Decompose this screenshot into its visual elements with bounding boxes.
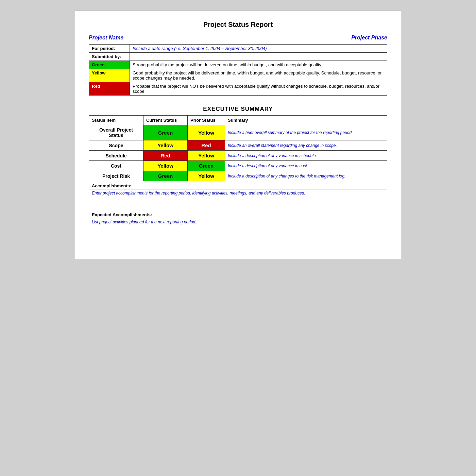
scope-label: Scope — [89, 140, 143, 151]
project-risk-prior-status: Yellow — [188, 171, 225, 181]
col-header-summary: Summary — [225, 116, 387, 125]
cost-prior-status: Green — [188, 161, 225, 171]
project-name-label: Project Name — [89, 35, 123, 41]
scope-prior-status: Red — [188, 140, 225, 151]
row-schedule: Schedule Red Yellow Include a descriptio… — [89, 151, 387, 161]
project-risk-label: Project Risk — [89, 171, 143, 181]
overall-summary-text: Include a brief overall summary of the p… — [225, 125, 387, 140]
for-period-label: For period: — [89, 45, 130, 53]
project-header: Project Name Project Phase — [89, 35, 387, 41]
project-phase-label: Project Phase — [351, 35, 387, 41]
project-risk-summary-text: Include a description of any changes to … — [225, 171, 387, 181]
col-header-status-item: Status Item — [89, 116, 143, 125]
legend-red-row: Red Probable that the project will NOT b… — [89, 82, 387, 96]
accomplishments-section: Accomplishments: Enter project accomplis… — [89, 181, 387, 210]
legend-yellow-desc: Good probability the project will be del… — [130, 69, 387, 82]
for-period-row: For period: Include a date range (i.e. S… — [89, 45, 387, 53]
legend-green-row: Green Strong probability the project wil… — [89, 61, 387, 69]
submitted-by-row: Submitted by: — [89, 53, 387, 61]
cost-current-status: Yellow — [143, 161, 188, 171]
expected-accomplishments-section: Expected Accomplishments: List project a… — [89, 210, 387, 245]
schedule-current-status: Red — [143, 151, 188, 161]
info-legend-table: For period: Include a date range (i.e. S… — [89, 44, 387, 96]
row-scope: Scope Yellow Red Include an overall stat… — [89, 140, 387, 151]
expected-accomplishments-body: List project activities planned for the … — [89, 218, 387, 245]
row-project-risk: Project Risk Green Yellow Include a desc… — [89, 171, 387, 181]
exec-table-header-row: Status Item Current Status Prior Status … — [89, 116, 387, 125]
scope-summary-text: Include an overall statement regarding a… — [225, 140, 387, 151]
overall-current-status: Green — [143, 125, 188, 140]
accomplishments-body: Enter project accomplishments for the re… — [89, 189, 387, 210]
schedule-prior-status: Yellow — [188, 151, 225, 161]
row-cost: Cost Yellow Green Include a description … — [89, 161, 387, 171]
scope-current-status: Yellow — [143, 140, 188, 151]
for-period-value: Include a date range (i.e. September 1, … — [130, 45, 387, 53]
overall-project-status-label: Overall Project Status — [89, 125, 143, 140]
page: Project Status Report Project Name Proje… — [75, 10, 401, 259]
overall-prior-status: Yellow — [188, 125, 225, 140]
legend-yellow-label: Yellow — [89, 69, 130, 82]
col-header-prior: Prior Status — [188, 116, 225, 125]
row-overall-project-status: Overall Project Status Green Yellow Incl… — [89, 125, 387, 140]
submitted-by-label: Submitted by: — [89, 53, 130, 61]
main-title: Project Status Report — [89, 21, 387, 29]
schedule-label: Schedule — [89, 151, 143, 161]
cost-summary-text: Include a description of any variance in… — [225, 161, 387, 171]
expected-accomplishments-header: Expected Accomplishments: — [89, 210, 387, 218]
legend-yellow-row: Yellow Good probability the project will… — [89, 69, 387, 82]
exec-summary-table: Status Item Current Status Prior Status … — [89, 115, 387, 181]
col-header-current: Current Status — [143, 116, 188, 125]
accomplishments-header: Accomplishments: — [89, 181, 387, 189]
submitted-by-value — [130, 53, 387, 61]
schedule-summary-text: Include a description of any variance in… — [225, 151, 387, 161]
exec-summary-title: EXECUTIVE SUMMARY — [89, 106, 387, 113]
legend-red-label: Red — [89, 82, 130, 96]
project-risk-current-status: Green — [143, 171, 188, 181]
cost-label: Cost — [89, 161, 143, 171]
legend-green-label: Green — [89, 61, 130, 69]
legend-green-desc: Strong probability the project will be d… — [130, 61, 387, 69]
legend-red-desc: Probable that the project will NOT be de… — [130, 82, 387, 96]
